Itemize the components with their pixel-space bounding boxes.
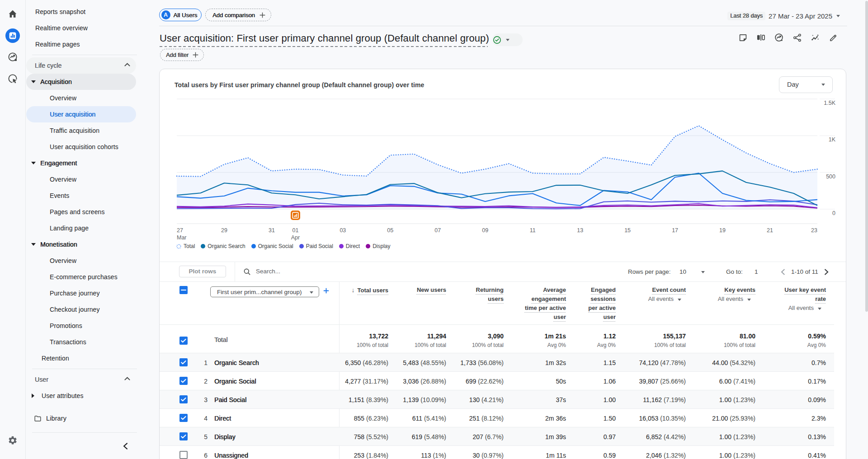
column-header-event-count[interactable]: Event count <box>652 286 686 295</box>
metric-cell: 207 (6.7%) <box>473 433 504 440</box>
sidebar-item-library[interactable]: Library <box>26 410 136 426</box>
legend-item-paid-social[interactable]: Paid Social <box>299 243 333 249</box>
table-search-input[interactable]: Search... <box>256 268 280 275</box>
legend-label: Display <box>373 243 390 249</box>
explore-icon[interactable] <box>774 33 784 42</box>
total-row-checkbox[interactable] <box>179 337 188 345</box>
add-dimension-button[interactable] <box>322 287 330 295</box>
legend-item-organic-social[interactable]: Organic Social <box>251 243 293 249</box>
column-subfilter-key-events[interactable]: All events <box>718 295 751 302</box>
annotation-marker-icon[interactable] <box>291 211 300 220</box>
table-row-organic-search[interactable]: 1Organic Search6,350 (46.28%)5,483 (48.5… <box>160 353 834 371</box>
sidebar-item-label: Engagement <box>40 159 77 167</box>
insights-icon[interactable] <box>810 33 820 42</box>
sidebar-item-e-commerce-purchases[interactable]: E-commerce purchases <box>26 269 136 285</box>
row-checkbox[interactable] <box>179 377 188 385</box>
legend-label: Organic Social <box>258 243 293 249</box>
sidebar-item-transactions[interactable]: Transactions <box>26 334 136 350</box>
dimension-select[interactable]: First user prim...channel group) <box>210 286 319 297</box>
sidebar-item-label: Acquisition <box>40 78 72 85</box>
rows-per-page-value[interactable]: 10 <box>679 268 686 275</box>
sidebar-item-realtime-pages[interactable]: Realtime pages <box>26 36 136 52</box>
metric-cell: 253 (1.84%) <box>354 452 388 459</box>
sidebar-item-overview[interactable]: Overview <box>26 171 136 187</box>
sidebar-item-label: Traffic acquisition <box>50 127 99 134</box>
all-users-chip[interactable]: A All Users <box>159 9 202 21</box>
sidebar-item-reports-snapshot[interactable]: Reports snapshot <box>26 4 136 20</box>
sidebar-item-overview[interactable]: Overview <box>26 90 136 106</box>
x-axis-label: 01 Apr <box>277 227 313 241</box>
explore-icon[interactable] <box>5 49 21 65</box>
column-subfilter-user-key-event-rate[interactable]: All events <box>788 304 821 311</box>
add-filter-button[interactable]: Add filter <box>160 49 204 61</box>
next-page-icon[interactable] <box>824 269 829 275</box>
admin-gear-icon[interactable] <box>5 432 21 449</box>
sidebar-item-landing-page[interactable]: Landing page <box>26 220 136 236</box>
sidebar-item-retention[interactable]: Retention <box>26 350 136 366</box>
date-range-picker[interactable]: Last 28 days 27 Mar - 23 Apr 2025 <box>727 11 840 20</box>
column-header-returning-users[interactable]: Returning users <box>476 286 504 304</box>
column-header-user-key-event-rate[interactable]: User key event rate <box>784 286 826 304</box>
page-scrollbar[interactable] <box>865 1 868 312</box>
legend-item-direct[interactable]: Direct <box>339 243 360 249</box>
metric-cell: 2m 36s <box>545 415 566 422</box>
column-header-total-users[interactable]: ↓Total users <box>352 286 388 295</box>
sidebar-item-user-acquisition[interactable]: User acquisition <box>26 106 136 122</box>
advertising-icon[interactable] <box>5 70 21 87</box>
sidebar-item-user-attributes[interactable]: User attributes <box>26 388 136 404</box>
metric-cell: 5,483 (48.55%) <box>403 359 446 366</box>
sidebar-item-acquisition[interactable]: Acquisition <box>26 74 136 90</box>
row-checkbox[interactable] <box>179 414 188 422</box>
column-header-average-engagement-time-per-active-user[interactable]: Average engagement time per active user <box>525 286 566 322</box>
sidebar-item-pages-and-screens[interactable]: Pages and screens <box>26 204 136 220</box>
sidebar-item-life-cycle[interactable]: Life cycle <box>26 57 136 74</box>
sidebar-item-label: Events <box>50 192 69 199</box>
metric-cell: 44.00 (54.32%) <box>712 359 755 366</box>
row-checkbox[interactable] <box>179 358 188 366</box>
report-quality-badge[interactable] <box>492 33 523 46</box>
row-checkbox[interactable] <box>179 451 188 459</box>
legend-item-display[interactable]: Display <box>366 243 390 249</box>
legend-item-total[interactable]: Total <box>176 243 195 249</box>
home-icon[interactable] <box>5 6 21 22</box>
row-checkbox[interactable] <box>179 432 188 440</box>
sidebar-item-traffic-acquisition[interactable]: Traffic acquisition <box>26 122 136 139</box>
sidebar-item-events[interactable]: Events <box>26 187 136 204</box>
sidebar-item-realtime-overview[interactable]: Realtime overview <box>26 20 136 36</box>
note-icon[interactable] <box>738 33 748 42</box>
sidebar-item-monetisation[interactable]: Monetisation <box>26 236 136 253</box>
edit-icon[interactable] <box>828 33 838 42</box>
table-row-display[interactable]: 5Display758 (5.52%)619 (5.48%)207 (6.7%)… <box>160 427 834 445</box>
select-all-checkbox[interactable] <box>179 286 188 294</box>
sidebar-item-purchase-journey[interactable]: Purchase journey <box>26 285 136 301</box>
go-to-input[interactable]: 1 <box>755 268 758 275</box>
sidebar-item-user-acquisition-cohorts[interactable]: User acquisition cohorts <box>26 139 136 155</box>
column-header-new-users[interactable]: New users <box>417 286 446 295</box>
compare-icon[interactable] <box>756 33 766 42</box>
legend-item-organic-search[interactable]: Organic Search <box>201 243 245 249</box>
chevron-down-icon[interactable] <box>701 271 705 273</box>
sidebar-item-overview[interactable]: Overview <box>26 253 136 269</box>
legend-label: Direct <box>346 243 360 249</box>
share-icon[interactable] <box>792 33 802 42</box>
table-row-paid-social[interactable]: 3Paid Social1,151 (8.39%)1,139 (10.09%)1… <box>160 390 834 408</box>
reports-icon[interactable] <box>5 28 21 44</box>
table-row-organic-social[interactable]: 2Organic Social4,277 (31.17%)3,036 (26.8… <box>160 371 834 390</box>
total-cell: 81.00100% of total <box>724 325 755 349</box>
collapse-nav-button[interactable] <box>26 434 159 459</box>
row-checkbox[interactable] <box>179 395 188 403</box>
table-row-unassigned[interactable]: 6Unassigned253 (1.84%)113 (1%)30 (0.97%)… <box>160 445 834 459</box>
column-subfilter-event-count[interactable]: All events <box>648 295 681 302</box>
sidebar-item-engagement[interactable]: Engagement <box>26 155 136 171</box>
sidebar-item-checkout-journey[interactable]: Checkout journey <box>26 301 136 318</box>
add-comparison-button[interactable]: Add comparison <box>205 9 271 21</box>
plot-rows-button[interactable]: Plot rows <box>179 266 226 277</box>
prev-page-icon[interactable] <box>780 269 785 275</box>
sidebar-item-label: Promotions <box>50 322 82 329</box>
table-row-direct[interactable]: 4Direct855 (6.23%)611 (5.41%)251 (8.12%)… <box>160 408 834 427</box>
column-header-engaged-sessions-per-active-user[interactable]: Engaged sessions per active user <box>588 286 616 322</box>
sidebar-item-promotions[interactable]: Promotions <box>26 318 136 334</box>
column-header-key-events[interactable]: Key events <box>724 286 755 295</box>
sidebar-item-user[interactable]: User <box>26 371 136 388</box>
metric-cell: 1,151 (8.39%) <box>349 396 388 403</box>
